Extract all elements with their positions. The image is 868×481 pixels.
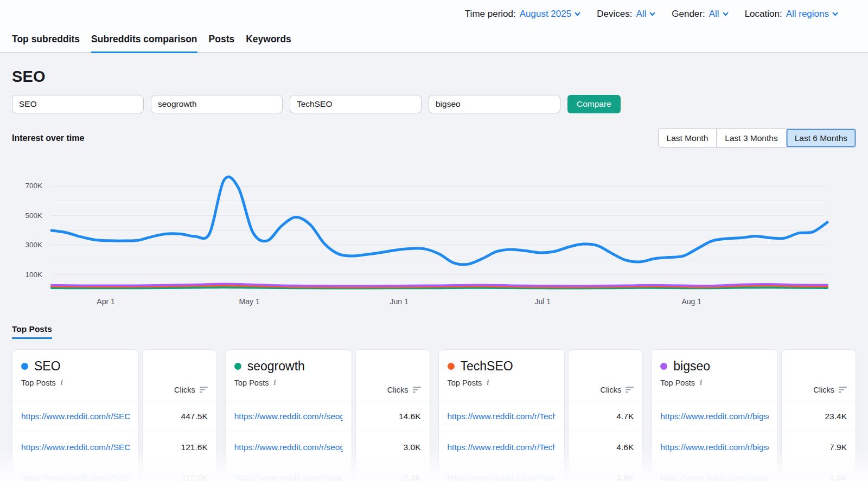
- clicks-value: 447.5K: [181, 412, 208, 421]
- info-icon[interactable]: i: [487, 379, 489, 387]
- top-posts-column-label: Top Posts: [234, 379, 269, 387]
- filter-label: Location:: [745, 9, 782, 20]
- table-row: 121.6K: [143, 432, 216, 462]
- post-url-link[interactable]: https://www.reddit.com/r/TechSEO: [448, 473, 556, 481]
- clicks-panel-header: Clicks: [569, 350, 642, 401]
- subreddit-name: seogrowth: [247, 359, 305, 374]
- gender-dropdown[interactable]: All: [709, 9, 729, 20]
- clicks-panel-header: Clicks: [143, 350, 216, 401]
- clicks-value: 4.7K: [616, 412, 634, 421]
- post-url-link[interactable]: https://www.reddit.com/r/bigseo: [660, 442, 769, 452]
- posts-column-seo: SEO Top Posts i https://www.reddit.com/r…: [12, 349, 217, 481]
- post-url-link[interactable]: https://www.reddit.com/r/TechSEO: [448, 412, 556, 421]
- post-url-link[interactable]: https://www.reddit.com/r/SEO: [21, 412, 130, 421]
- time-period-dropdown[interactable]: August 2025: [520, 9, 580, 20]
- sort-descending-icon[interactable]: [626, 386, 635, 393]
- tab-top-subreddits[interactable]: Top subreddits: [12, 28, 80, 53]
- tab-posts[interactable]: Posts: [209, 28, 235, 53]
- post-url-link[interactable]: https://www.reddit.com/r/SEO: [21, 473, 130, 481]
- top-posts-grid: SEO Top Posts i https://www.reddit.com/r…: [12, 349, 856, 481]
- posts-panel: TechSEO Top Posts i https://www.reddit.c…: [438, 349, 565, 481]
- subreddit-input-4[interactable]: [429, 95, 560, 113]
- chevron-down-icon: [832, 12, 838, 16]
- info-icon[interactable]: i: [273, 379, 276, 387]
- range-last-3-months[interactable]: Last 3 Months: [716, 129, 786, 147]
- clicks-value: 3.0K: [404, 442, 421, 452]
- tab-subreddits-comparison[interactable]: Subreddits comparison: [91, 28, 197, 53]
- header-filter-bar: Time period: August 2025 Devices: All Ge…: [0, 0, 868, 28]
- clicks-panel: Clicks 447.5K 121.6K 112.0K: [142, 349, 217, 481]
- range-last-6-months[interactable]: Last 6 Months: [786, 129, 856, 147]
- subreddit-name: TechSEO: [461, 359, 513, 374]
- y-axis-label: 300K: [10, 241, 42, 249]
- filter-label: Time period:: [465, 9, 516, 20]
- y-axis-label: 500K: [10, 211, 42, 220]
- posts-column-seogrowth: seogrowth Top Posts i https://www.reddit…: [225, 349, 430, 481]
- interest-over-time-title: Interest over time: [12, 133, 84, 143]
- subreddit-input-2[interactable]: [151, 95, 283, 113]
- post-url-link[interactable]: https://www.reddit.com/r/bigseo: [660, 412, 769, 421]
- subreddit-input-3[interactable]: [290, 95, 422, 113]
- clicks-value: 3.8K: [616, 473, 634, 481]
- clicks-value: 4.6K: [616, 442, 634, 452]
- filter-value: All: [636, 9, 646, 20]
- clicks-value: 4.6K: [829, 473, 847, 481]
- post-url-link[interactable]: https://www.reddit.com/r/seogrowth: [234, 442, 343, 452]
- filter-value: All: [709, 9, 719, 20]
- clicks-panel-header: Clicks: [782, 350, 856, 401]
- table-row: https://www.reddit.com/r/TechSEO: [439, 401, 565, 432]
- line-chart-canvas: [52, 171, 827, 290]
- chevron-down-icon: [649, 12, 655, 16]
- post-url-link[interactable]: https://www.reddit.com/r/bigseo: [660, 473, 769, 481]
- table-row: https://www.reddit.com/r/TechSEO: [439, 432, 565, 462]
- interest-chart: 700K500K300K100KApr 1May 1Jun 1Jul 1Aug …: [52, 171, 827, 290]
- posts-column-bigseo: bigseo Top Posts i https://www.reddit.co…: [651, 349, 856, 481]
- clicks-value: 23.4K: [825, 412, 847, 421]
- series-line-seo: [52, 177, 827, 265]
- table-row: 7.9K: [782, 432, 856, 462]
- location-dropdown[interactable]: All regions: [786, 9, 838, 20]
- post-url-link[interactable]: https://www.reddit.com/r/seogrowth: [234, 412, 343, 421]
- top-posts-column-label: Top Posts: [448, 379, 482, 387]
- post-url-link[interactable]: https://www.reddit.com/r/TechSEO: [448, 442, 556, 452]
- page-title: SEO: [12, 68, 856, 86]
- table-row: https://www.reddit.com/r/seogrowth: [226, 401, 352, 432]
- series-line-bigseo: [52, 284, 827, 286]
- table-row: 14.6K: [356, 401, 430, 432]
- devices-dropdown[interactable]: All: [636, 9, 655, 20]
- info-icon[interactable]: i: [700, 379, 702, 387]
- filter-item: Gender: All: [672, 9, 728, 20]
- tab-bar: Top subreddits Subreddits comparison Pos…: [0, 28, 868, 53]
- sort-descending-icon[interactable]: [413, 386, 422, 393]
- clicks-panel: Clicks 23.4K 7.9K 4.6K: [781, 349, 856, 481]
- clicks-value: 112.0K: [182, 473, 208, 481]
- x-axis-label: Aug 1: [681, 297, 701, 306]
- sort-descending-icon[interactable]: [839, 386, 848, 393]
- range-last-month[interactable]: Last Month: [659, 129, 717, 147]
- clicks-column-label: Clicks: [387, 386, 409, 394]
- posts-panel: SEO Top Posts i https://www.reddit.com/r…: [12, 349, 139, 481]
- techseo-color-dot: [448, 363, 455, 370]
- table-row: https://www.reddit.com/r/bigseo: [652, 401, 777, 432]
- seogrowth-color-dot: [234, 363, 241, 370]
- clicks-value: 14.6K: [399, 412, 421, 421]
- table-row: https://www.reddit.com/r/SEO: [12, 432, 138, 462]
- tab-keywords[interactable]: Keywords: [246, 28, 291, 53]
- post-url-link[interactable]: https://www.reddit.com/r/SEO: [21, 442, 130, 452]
- chevron-down-icon: [723, 12, 729, 16]
- table-row: 4.6K: [569, 432, 642, 462]
- subreddit-input-1[interactable]: [12, 95, 144, 113]
- table-row: 3.0K: [356, 432, 430, 462]
- clicks-panel: Clicks 4.7K 4.6K 3.8K: [568, 349, 643, 481]
- compare-button[interactable]: Compare: [567, 95, 621, 113]
- posts-panel-header: SEO Top Posts i: [12, 350, 138, 401]
- bigseo-color-dot: [660, 363, 667, 370]
- clicks-panel: Clicks 14.6K 3.0K 2.3K: [355, 349, 430, 481]
- clicks-column-label: Clicks: [601, 386, 622, 394]
- post-url-link[interactable]: https://www.reddit.com/r/seogrowth: [234, 473, 343, 481]
- sort-descending-icon[interactable]: [200, 386, 209, 393]
- top-posts-section: Top Posts SEO Top Posts i https://www.re…: [12, 324, 856, 481]
- clicks-column-label: Clicks: [813, 386, 834, 394]
- table-row: https://www.reddit.com/r/SEO: [12, 401, 138, 432]
- info-icon[interactable]: i: [61, 379, 63, 387]
